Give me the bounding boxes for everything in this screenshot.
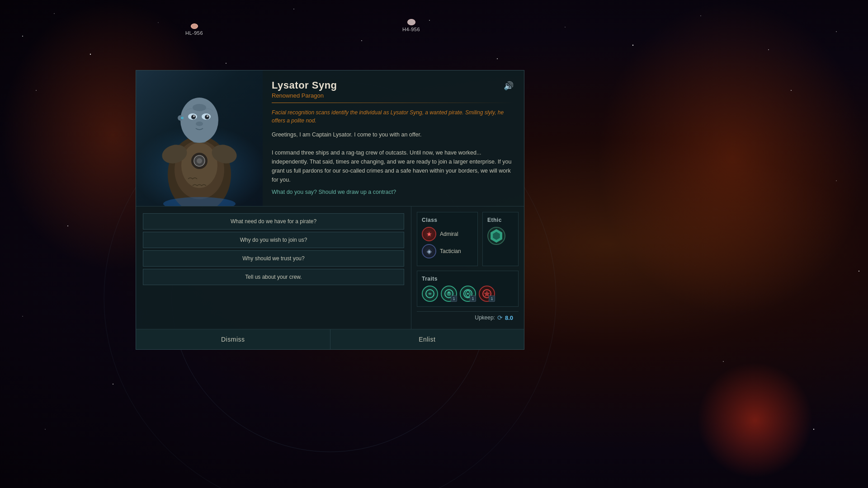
dialog-body: Greetings, I am Captain Lysator. I come …	[272, 130, 515, 184]
flavor-text: Facial recognition scans identify the in…	[272, 108, 515, 125]
svg-point-50	[448, 291, 450, 293]
class-section: Class ★ Admiral ◈ Tactician	[417, 212, 478, 266]
svg-point-13	[836, 31, 837, 32]
choices-area: What need do we have for a pirate? Why d…	[136, 206, 411, 329]
upkeep-row: Upkeep: ⟳ 8.0	[417, 311, 519, 324]
portrait-figure	[136, 70, 263, 206]
svg-point-22	[22, 316, 23, 316]
npc-subtitle: Renowned Paragon	[272, 92, 337, 99]
trait-2-badge: 1	[451, 296, 457, 302]
svg-point-7	[429, 20, 430, 21]
tactician-label: Tactician	[440, 248, 461, 254]
class-admiral: ★ Admiral	[422, 227, 473, 241]
npc-name: Lysator Syng	[272, 80, 337, 91]
trait-3: 1	[460, 286, 476, 302]
dialog-bottom: What need do we have for a pirate? Why d…	[136, 206, 524, 329]
svg-point-1	[54, 13, 55, 14]
enlist-button[interactable]: Enlist	[330, 329, 524, 349]
portrait-area	[136, 70, 263, 206]
hex-inner	[492, 232, 500, 240]
ethic-icon	[487, 227, 505, 245]
upkeep-label: Upkeep:	[475, 314, 495, 321]
svg-point-4	[226, 63, 226, 64]
upkeep-icon: ⟳	[497, 314, 503, 321]
svg-point-40	[207, 115, 208, 117]
action-buttons: Dismiss Enlist	[136, 329, 524, 349]
traits-section: Traits 1 1 1	[417, 271, 519, 307]
svg-point-11	[700, 15, 701, 16]
svg-point-0	[22, 36, 23, 37]
svg-point-10	[632, 45, 633, 46]
map-label-hl956: HL-956	[185, 23, 203, 36]
svg-point-15	[113, 384, 113, 385]
choice-4[interactable]: Tell us about your crew.	[143, 269, 404, 285]
dialog-header: Lysator Syng Renowned Paragon 🔊	[272, 80, 515, 99]
dismiss-button[interactable]: Dismiss	[136, 329, 330, 349]
svg-point-41	[196, 122, 203, 126]
tactician-icon: ◈	[422, 244, 436, 258]
character-portrait-svg	[150, 75, 249, 206]
class-title: Class	[422, 217, 473, 223]
svg-point-18	[45, 429, 46, 430]
trait-4-badge: 1	[489, 296, 495, 302]
svg-point-31	[197, 158, 202, 164]
svg-point-3	[158, 22, 158, 23]
hex-shape	[490, 229, 503, 243]
traits-row: 1 1 1	[422, 286, 514, 302]
svg-point-46	[163, 197, 236, 206]
svg-point-8	[497, 58, 498, 59]
upkeep-value: 8.0	[505, 314, 513, 321]
svg-point-39	[193, 115, 195, 117]
admiral-label: Admiral	[440, 231, 458, 237]
trait-4: 1	[479, 286, 495, 302]
ethic-section: Ethic	[482, 212, 519, 266]
choice-1[interactable]: What need do we have for a pirate?	[143, 213, 404, 230]
npc-info: Lysator Syng Renowned Paragon	[272, 80, 337, 99]
trait-1	[422, 286, 438, 302]
ethic-title: Ethic	[487, 217, 502, 223]
svg-point-19	[791, 90, 792, 91]
info-panel: Class ★ Admiral ◈ Tactician Ethic	[411, 206, 524, 329]
svg-point-53	[467, 293, 469, 295]
svg-point-16	[723, 361, 724, 362]
svg-point-17	[813, 429, 814, 430]
map-label-h4956: H4-956	[402, 19, 420, 32]
divider-line	[272, 103, 515, 103]
dialog-panel: Lysator Syng Renowned Paragon 🔊 Facial r…	[136, 70, 524, 350]
traits-title: Traits	[422, 276, 514, 282]
svg-point-12	[768, 49, 769, 50]
svg-point-21	[859, 271, 859, 272]
admiral-icon: ★	[422, 227, 436, 241]
svg-point-23	[67, 225, 68, 226]
svg-point-6	[361, 40, 362, 41]
choice-2[interactable]: Why do you wish to join us?	[143, 232, 404, 248]
trait-3-badge: 1	[470, 296, 476, 302]
trait-2: 1	[441, 286, 457, 302]
svg-point-2	[90, 54, 91, 55]
dialog-top: Lysator Syng Renowned Paragon 🔊 Facial r…	[136, 70, 524, 206]
choice-3[interactable]: Why should we trust you?	[143, 250, 404, 267]
sound-button[interactable]: 🔊	[502, 80, 515, 92]
svg-point-20	[836, 180, 837, 181]
dialog-question: What do you say? Should we draw up a con…	[272, 189, 515, 195]
class-tactician: ◈ Tactician	[422, 244, 473, 258]
svg-point-14	[36, 90, 37, 91]
svg-point-5	[293, 9, 294, 9]
svg-point-43	[181, 117, 184, 119]
dialog-content: Lysator Syng Renowned Paragon 🔊 Facial r…	[263, 70, 524, 206]
svg-point-9	[565, 27, 566, 28]
